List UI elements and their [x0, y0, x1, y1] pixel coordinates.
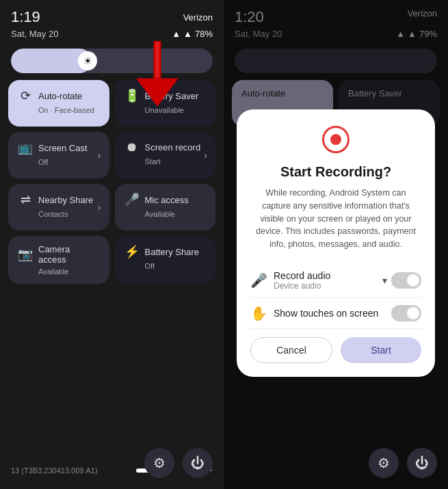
mic-access-label: Mic access — [145, 195, 189, 205]
camera-access-icon: 📷 — [18, 247, 33, 262]
tile-nearby-share[interactable]: ⇌ Nearby Share › Contacts — [8, 184, 109, 230]
screen-cast-sub: Off — [18, 158, 100, 166]
camera-access-label: Camera access — [38, 244, 100, 265]
left-carrier: Verizon — [183, 12, 213, 23]
record-audio-toggle[interactable] — [391, 272, 421, 289]
power-icon: ⏻ — [191, 455, 205, 471]
left-date: Sat, May 20 — [11, 29, 58, 39]
left-date-row: Sat, May 20 ▲ ▲ 78% — [0, 29, 224, 44]
tile-mic-access[interactable]: 🎤 Mic access Available — [115, 184, 216, 230]
settings-icon: ⚙ — [153, 455, 166, 471]
record-audio-text: Record audio Device audio — [274, 270, 382, 291]
screen-cast-chevron: › — [98, 150, 101, 161]
right-power-icon: ⏻ — [415, 455, 429, 471]
screen-record-sub: Start — [124, 157, 207, 166]
quick-tiles-grid: ⟳ Auto-rotate On · Face-based 🔋 Battery … — [0, 80, 224, 284]
left-time: 1:19 — [11, 8, 40, 26]
modal-buttons: Cancel Start — [250, 337, 421, 363]
mic-access-icon: 🎤 — [124, 192, 140, 207]
show-touches-label: Show touches on screen — [274, 308, 391, 319]
auto-rotate-icon: ⟳ — [18, 88, 33, 103]
record-audio-option[interactable]: 🎤 Record audio Device audio ▾ — [250, 263, 421, 298]
right-bottom-buttons: ⚙ ⏻ — [369, 448, 437, 478]
battery-share-icon: ⚡ — [124, 244, 140, 259]
battery-saver-icon: 🔋 — [124, 88, 140, 103]
cancel-button[interactable]: Cancel — [250, 337, 332, 363]
mic-access-sub: Available — [124, 210, 207, 218]
left-panel: 1:19 Verizon Sat, May 20 ▲ ▲ 78% ☀ — [0, 0, 224, 489]
hand-icon: ✋ — [250, 305, 267, 321]
start-recording-modal: Start Recording? While recording, Androi… — [237, 109, 435, 377]
nearby-share-sub: Contacts — [18, 210, 100, 218]
battery-text: 78% — [195, 29, 213, 39]
record-icon-container — [250, 126, 421, 156]
battery-saver-sub: Unavailable — [124, 106, 207, 114]
right-settings-icon: ⚙ — [378, 455, 390, 471]
auto-rotate-sub: On · Face-based — [18, 106, 100, 114]
brightness-bar[interactable]: ☀ — [11, 49, 213, 73]
nearby-share-chevron: › — [98, 202, 101, 213]
tile-camera-access[interactable]: 📷 Camera access Available — [8, 236, 109, 284]
start-button[interactable]: Start — [341, 337, 421, 363]
camera-access-sub: Available — [18, 267, 100, 276]
record-circle-icon — [322, 126, 350, 153]
left-bottom-buttons: ⚙ ⏻ — [144, 448, 213, 478]
modal-overlay: Start Recording? While recording, Androi… — [224, 0, 448, 489]
left-power-button[interactable]: ⏻ — [183, 448, 213, 478]
screen-cast-label: Screen Cast — [38, 143, 88, 153]
right-settings-button[interactable]: ⚙ — [369, 448, 399, 478]
battery-saver-label: Battery Saver — [145, 91, 199, 101]
signal-icon: ▲ — [183, 29, 192, 39]
auto-rotate-label: Auto-rotate — [38, 91, 82, 101]
microphone-icon: 🎤 — [250, 272, 267, 289]
show-touches-toggle-knob — [407, 307, 419, 319]
brightness-thumb: ☀ — [78, 51, 97, 70]
record-audio-sub: Device audio — [274, 281, 382, 291]
tile-screen-record[interactable]: ⏺ Screen record › Start — [115, 132, 216, 179]
show-touches-toggle[interactable] — [391, 305, 421, 321]
brightness-row[interactable]: ☀ — [0, 44, 224, 80]
record-audio-label: Record audio — [274, 270, 382, 281]
modal-title: Start Recording? — [250, 164, 421, 180]
left-status-icons: ▲ ▲ 78% — [172, 29, 213, 39]
tile-battery-share[interactable]: ⚡ Battery Share Off — [115, 236, 216, 284]
brightness-icon: ☀ — [83, 55, 92, 66]
screen-record-icon: ⏺ — [124, 140, 140, 155]
tile-auto-rotate[interactable]: ⟳ Auto-rotate On · Face-based — [8, 80, 109, 127]
toggle-knob — [407, 274, 419, 287]
screen-record-label: Screen record — [145, 142, 201, 153]
nearby-share-label: Nearby Share — [38, 195, 93, 205]
modal-description: While recording, Android System can capt… — [250, 187, 421, 251]
record-audio-controls: ▾ — [382, 272, 421, 289]
nearby-share-icon: ⇌ — [18, 192, 33, 207]
tile-screen-cast[interactable]: 📺 Screen Cast › Off — [8, 132, 109, 179]
right-power-button[interactable]: ⏻ — [407, 448, 437, 478]
dropdown-arrow-icon[interactable]: ▾ — [382, 275, 387, 286]
left-status-bar: 1:19 Verizon — [0, 0, 224, 29]
wifi-icon: ▲ — [172, 29, 181, 39]
build-info: 13 (T3B3.230413.009.A1) — [11, 466, 98, 475]
show-touches-controls — [391, 305, 421, 321]
screen-cast-icon: 📺 — [18, 140, 33, 155]
tile-battery-saver[interactable]: 🔋 Battery Saver Unavailable — [115, 80, 216, 127]
battery-share-label: Battery Share — [145, 247, 200, 257]
left-settings-button[interactable]: ⚙ — [144, 448, 174, 478]
show-touches-option[interactable]: ✋ Show touches on screen — [250, 298, 421, 329]
right-panel: 1:20 Verizon Sat, May 20 ▲ ▲ 79% Auto-ro… — [224, 0, 448, 489]
battery-share-sub: Off — [124, 262, 207, 270]
screen-record-chevron: › — [204, 150, 207, 161]
show-touches-text: Show touches on screen — [274, 308, 391, 319]
